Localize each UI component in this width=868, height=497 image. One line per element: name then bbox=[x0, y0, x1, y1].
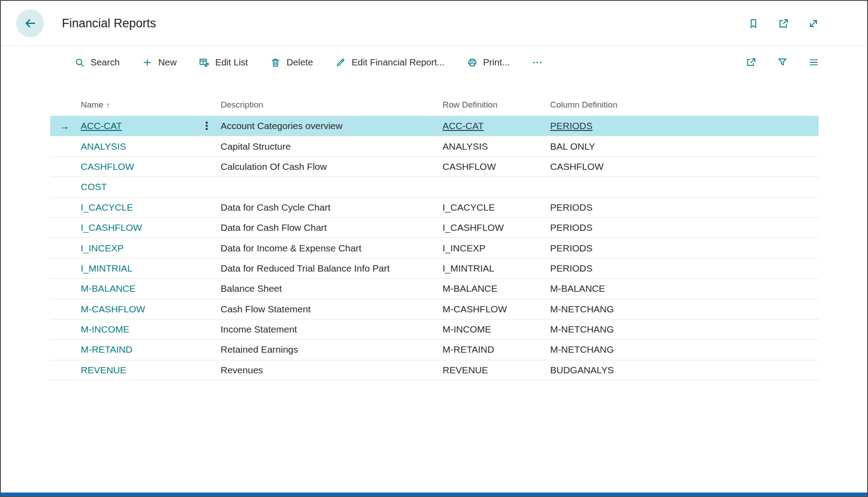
name-cell: CASHFLOW bbox=[81, 161, 193, 172]
row-definition-cell[interactable]: CASHFLOW bbox=[443, 161, 550, 172]
list-view-icon bbox=[808, 56, 820, 68]
search-button[interactable]: Search bbox=[74, 57, 120, 68]
report-name-link[interactable]: ANALYSIS bbox=[81, 141, 126, 151]
row-definition-cell[interactable]: I_MINTRIAL bbox=[443, 263, 550, 274]
bookmark-icon bbox=[747, 17, 760, 30]
column-definition-cell[interactable]: PERIODS bbox=[550, 222, 819, 233]
sort-ascending-icon: ↑ bbox=[106, 101, 110, 109]
name-cell: I_CACYCLE bbox=[81, 202, 193, 213]
report-name-link[interactable]: M-INCOME bbox=[81, 324, 130, 334]
table-row[interactable]: CASHFLOW Calculation Of Cash Flow CASHFL… bbox=[50, 157, 819, 177]
edit-list-button[interactable]: Edit List bbox=[199, 57, 248, 68]
filter-button[interactable] bbox=[777, 56, 788, 68]
page-header: Financial Reports bbox=[1, 1, 867, 46]
print-button[interactable]: Print... bbox=[467, 57, 510, 68]
table-header-row: Name↑ Description Row Definition Column … bbox=[50, 94, 819, 116]
name-cell: M-CASHFLOW bbox=[81, 304, 193, 315]
report-name-link[interactable]: I_CACYCLE bbox=[81, 202, 133, 212]
description-cell: Data for Cash Cycle Chart bbox=[221, 202, 443, 213]
column-definition-cell[interactable]: PERIODS bbox=[550, 243, 819, 254]
table-row[interactable]: I_INCEXP Data for Income & Expense Chart… bbox=[50, 238, 819, 258]
share-button[interactable] bbox=[745, 56, 757, 68]
row-definition-cell[interactable]: I_CACYCLE bbox=[443, 202, 550, 213]
column-definition-cell[interactable]: M-BALANCE bbox=[550, 283, 819, 294]
column-header-column-definition[interactable]: Column Definition bbox=[550, 100, 819, 110]
back-arrow-icon bbox=[23, 16, 37, 30]
plus-icon bbox=[142, 57, 153, 68]
financial-reports-page: Financial Reports bbox=[0, 0, 868, 497]
table-row[interactable]: I_CACYCLE Data for Cash Cycle Chart I_CA… bbox=[50, 198, 819, 218]
row-definition-cell[interactable]: M-RETAIND bbox=[443, 344, 550, 355]
report-name-link[interactable]: I_CASHFLOW bbox=[81, 222, 142, 233]
new-button[interactable]: New bbox=[142, 57, 177, 68]
column-header-row-definition[interactable]: Row Definition bbox=[443, 100, 550, 110]
report-name-link[interactable]: M-CASHFLOW bbox=[81, 304, 145, 314]
column-definition-cell[interactable]: PERIODS bbox=[550, 121, 819, 131]
column-definition-cell[interactable]: M-NETCHANG bbox=[550, 344, 819, 355]
column-definition-cell[interactable]: M-NETCHANG bbox=[550, 304, 819, 315]
description-cell: Revenues bbox=[221, 365, 443, 376]
report-name-link[interactable]: CASHFLOW bbox=[81, 161, 134, 172]
row-definition-cell[interactable]: M-BALANCE bbox=[443, 283, 550, 294]
open-in-new-window-button[interactable] bbox=[777, 17, 790, 30]
table-row[interactable]: COST bbox=[50, 177, 819, 197]
name-cell: I_MINTRIAL bbox=[81, 263, 193, 274]
row-definition-cell[interactable]: M-INCOME bbox=[443, 324, 550, 335]
row-definition-cell[interactable]: ACC-CAT bbox=[443, 121, 550, 131]
selected-row-indicator: → bbox=[50, 121, 81, 131]
table-row[interactable]: ANALYSIS Capital Structure ANALYSIS BAL … bbox=[50, 136, 819, 156]
column-definition-cell[interactable]: CASHFLOW bbox=[550, 161, 819, 172]
row-definition-cell[interactable]: REVENUE bbox=[443, 365, 550, 376]
row-definition-cell[interactable]: M-CASHFLOW bbox=[443, 304, 550, 315]
edit-financial-report-button[interactable]: Edit Financial Report... bbox=[335, 57, 444, 68]
row-definition-cell[interactable]: ANALYSIS bbox=[443, 141, 550, 152]
toolbar-right bbox=[745, 56, 820, 68]
description-cell: Income Statement bbox=[221, 324, 443, 335]
pencil-icon bbox=[335, 57, 346, 68]
description-cell: Data for Reduced Trial Balance Info Part bbox=[221, 263, 443, 274]
column-definition-cell[interactable]: PERIODS bbox=[550, 263, 819, 274]
column-definition-cell[interactable]: BUDGANALYS bbox=[550, 365, 819, 376]
filter-icon bbox=[777, 56, 788, 68]
more-options-button[interactable] bbox=[532, 57, 543, 68]
description-cell: Retained Earnings bbox=[221, 344, 443, 355]
report-name-link[interactable]: COST bbox=[81, 182, 107, 192]
bottom-accent-bar bbox=[1, 493, 867, 496]
table-row[interactable]: → ACC-CAT ⋮ Account Categories overview … bbox=[50, 116, 819, 136]
report-name-link[interactable]: M-RETAIND bbox=[81, 344, 132, 354]
name-cell: I_INCEXP bbox=[81, 243, 193, 254]
column-definition-cell[interactable]: PERIODS bbox=[550, 202, 819, 213]
table-row[interactable]: I_MINTRIAL Data for Reduced Trial Balanc… bbox=[50, 259, 819, 279]
edit-list-icon bbox=[199, 57, 210, 68]
table-row[interactable]: M-INCOME Income Statement M-INCOME M-NET… bbox=[50, 320, 819, 340]
table-row[interactable]: M-BALANCE Balance Sheet M-BALANCE M-BALA… bbox=[50, 279, 819, 299]
name-cell: M-INCOME bbox=[81, 324, 193, 335]
row-menu-button[interactable]: ⋮ bbox=[193, 121, 221, 131]
header-actions bbox=[747, 17, 820, 30]
report-name-link[interactable]: M-BALANCE bbox=[81, 283, 136, 294]
table-row[interactable]: M-CASHFLOW Cash Flow Statement M-CASHFLO… bbox=[50, 299, 819, 320]
report-name-link[interactable]: ACC-CAT bbox=[81, 121, 122, 131]
table-row[interactable]: I_CASHFLOW Data for Cash Flow Chart I_CA… bbox=[50, 218, 819, 238]
report-name-link[interactable]: I_MINTRIAL bbox=[81, 263, 133, 273]
table-row[interactable]: REVENUE Revenues REVENUE BUDGANALYS bbox=[50, 360, 819, 380]
delete-button[interactable]: Delete bbox=[270, 57, 313, 68]
edit-list-label: Edit List bbox=[215, 57, 248, 68]
bookmark-button[interactable] bbox=[747, 17, 760, 30]
print-label: Print... bbox=[483, 57, 510, 68]
report-name-link[interactable]: REVENUE bbox=[81, 365, 126, 375]
column-header-name[interactable]: Name↑ bbox=[81, 100, 193, 110]
report-name-link[interactable]: I_INCEXP bbox=[81, 243, 124, 253]
column-header-description[interactable]: Description bbox=[221, 100, 443, 110]
printer-icon bbox=[467, 57, 478, 68]
column-definition-cell[interactable]: M-NETCHANG bbox=[550, 324, 819, 335]
description-cell: Capital Structure bbox=[221, 141, 443, 152]
name-cell: M-BALANCE bbox=[81, 283, 193, 294]
back-button[interactable] bbox=[16, 9, 44, 37]
row-definition-cell[interactable]: I_INCEXP bbox=[443, 243, 550, 254]
table-row[interactable]: M-RETAIND Retained Earnings M-RETAIND M-… bbox=[50, 340, 819, 360]
column-definition-cell[interactable]: BAL ONLY bbox=[550, 141, 819, 152]
view-options-button[interactable] bbox=[808, 56, 820, 68]
expand-button[interactable] bbox=[807, 17, 820, 30]
row-definition-cell[interactable]: I_CASHFLOW bbox=[443, 222, 550, 233]
